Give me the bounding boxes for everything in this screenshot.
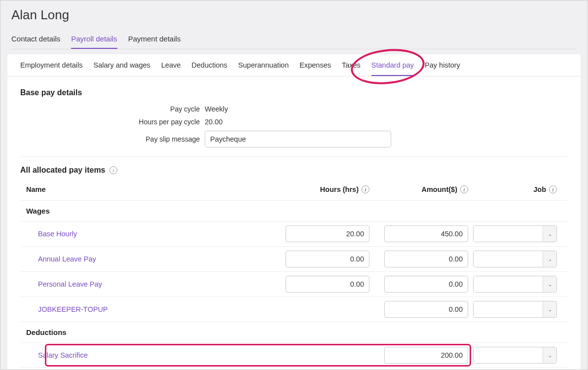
divider [20, 156, 568, 157]
group-deductions: Deductions [20, 322, 568, 343]
col-job: Job i [473, 185, 562, 193]
job-select[interactable]: ⌄ [473, 301, 557, 318]
pay-item-link[interactable]: Salary Sacrifice [26, 351, 276, 359]
sub-tabs: Employment detailsSalary and wagesLeaveD… [7, 54, 581, 76]
table-row: Salary Sacrifice⌄ [20, 343, 568, 368]
pay-slip-message-input[interactable] [205, 131, 391, 148]
job-select[interactable]: ⌄ [473, 276, 557, 293]
table-header: Name Hours (hrs) i Amount($) i Job i [20, 185, 568, 201]
pay-item-link[interactable]: JOBKEEPER-TOPUP [26, 305, 276, 313]
amount-input[interactable] [384, 276, 468, 293]
amount-input[interactable] [384, 301, 468, 318]
table-row: Base Hourly⌄ [20, 222, 568, 247]
pay-slip-message-label: Pay slip message [20, 135, 205, 143]
allocated-title: All allocated pay items [20, 166, 106, 175]
info-icon[interactable]: i [460, 185, 468, 193]
subtab-leave[interactable]: Leave [161, 61, 181, 76]
chevron-down-icon[interactable]: ⌄ [543, 301, 556, 317]
hours-per-cycle-label: Hours per pay cycle [20, 118, 205, 126]
chevron-down-icon[interactable]: ⌄ [543, 251, 556, 267]
chevron-down-icon[interactable]: ⌄ [543, 276, 556, 292]
info-icon[interactable]: i [110, 166, 117, 174]
hours-input[interactable] [286, 225, 369, 242]
info-icon[interactable]: i [549, 185, 557, 193]
subtab-employment-details[interactable]: Employment details [20, 61, 83, 76]
chevron-down-icon[interactable]: ⌄ [543, 347, 556, 363]
hours-per-cycle-value: 20.00 [205, 118, 222, 126]
col-hours: Hours (hrs) i [276, 185, 374, 193]
amount-input[interactable] [384, 347, 468, 364]
job-select[interactable]: ⌄ [473, 225, 557, 242]
subtab-deductions[interactable]: Deductions [191, 61, 227, 76]
table-row: Annual Leave Pay⌄ [20, 247, 568, 272]
table-row: JOBKEEPER-TOPUP⌄ [20, 297, 568, 322]
pay-cycle-label: Pay cycle [20, 105, 205, 113]
job-select[interactable]: ⌄ [473, 347, 557, 364]
job-select[interactable]: ⌄ [473, 251, 557, 267]
group-wages: Wages [20, 201, 568, 222]
page-title: Alan Long [11, 7, 577, 23]
subtab-pay-history[interactable]: Pay history [425, 61, 460, 76]
hours-input[interactable] [286, 251, 369, 267]
col-amount: Amount($) i [374, 185, 473, 193]
top-tabs: Contact detailsPayroll detailsPayment de… [11, 32, 577, 49]
tab-payroll-details[interactable]: Payroll details [71, 32, 117, 49]
subtab-taxes[interactable]: Taxes [342, 61, 361, 76]
col-name: Name [26, 185, 276, 193]
pay-item-link[interactable]: Personal Leave Pay [26, 280, 276, 288]
subtab-superannuation[interactable]: Superannuation [238, 61, 289, 76]
subtab-salary-and-wages[interactable]: Salary and wages [94, 61, 150, 76]
payroll-card: Employment detailsSalary and wagesLeaveD… [7, 54, 581, 370]
subtab-expenses[interactable]: Expenses [299, 61, 331, 76]
pay-item-link[interactable]: Annual Leave Pay [26, 255, 276, 263]
table-body: WagesBase Hourly⌄Annual Leave Pay⌄Person… [20, 201, 568, 368]
subtab-standard-pay[interactable]: Standard pay [371, 61, 414, 76]
pay-cycle-value: Weekly [205, 105, 228, 113]
amount-input[interactable] [384, 225, 468, 242]
chevron-down-icon[interactable]: ⌄ [543, 226, 556, 242]
base-pay-title: Base pay details [20, 88, 568, 97]
amount-input[interactable] [384, 251, 468, 267]
info-icon[interactable]: i [362, 185, 369, 193]
table-row: Personal Leave Pay⌄ [20, 272, 568, 297]
tab-contact-details[interactable]: Contact details [11, 32, 60, 49]
pay-item-link[interactable]: Base Hourly [26, 230, 276, 238]
tab-payment-details[interactable]: Payment details [128, 32, 181, 49]
hours-input[interactable] [286, 276, 369, 293]
